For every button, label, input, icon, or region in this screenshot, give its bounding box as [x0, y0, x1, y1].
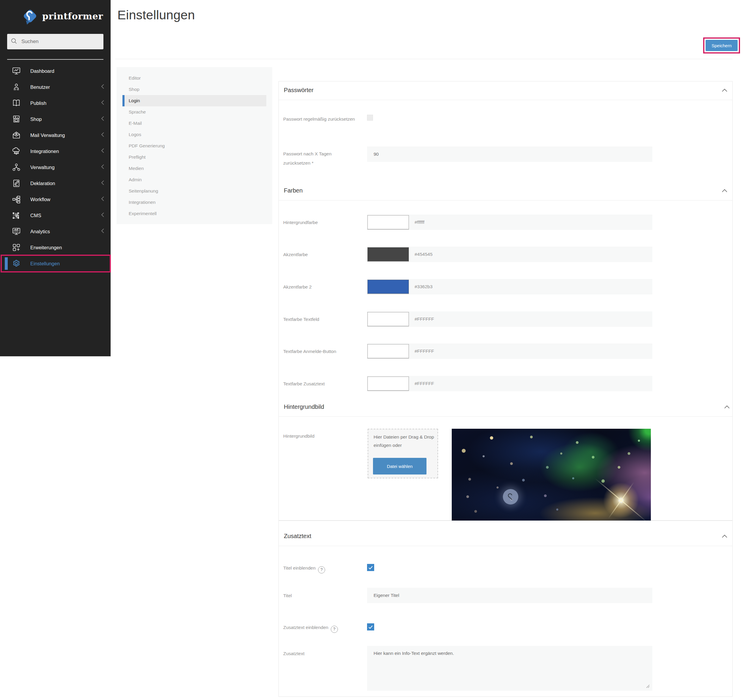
- user-icon: [12, 83, 21, 92]
- sidebar-item-label: Workflow: [30, 197, 50, 202]
- chevron-left-icon: [101, 228, 104, 235]
- sidebar-item-einstellungen[interactable]: Einstellungen: [0, 256, 111, 272]
- collapse-chevron-icon[interactable]: [722, 188, 728, 194]
- field-label-title: Titel: [283, 588, 359, 603]
- color-swatch[interactable]: [367, 376, 409, 391]
- chevron-left-icon: [101, 84, 104, 90]
- password-days-input[interactable]: [367, 147, 652, 162]
- color-swatch[interactable]: [367, 312, 409, 326]
- printformer-logo-icon: [21, 7, 39, 25]
- sidebar-item-shop[interactable]: Shop: [0, 111, 111, 127]
- chevron-left-icon: [101, 132, 104, 138]
- sidebar-item-publish[interactable]: Publish: [0, 95, 111, 111]
- subnav-item-admin[interactable]: Admin: [123, 174, 266, 185]
- subnav-item-logos[interactable]: Logos: [123, 129, 266, 140]
- color-swatch[interactable]: [367, 247, 409, 262]
- storefront-icon: [12, 115, 21, 124]
- choose-file-button[interactable]: Datei wählen: [373, 458, 426, 475]
- collapse-chevron-icon[interactable]: [722, 88, 728, 93]
- sidebar-item-label: Shop: [30, 117, 42, 122]
- subnav-item-shop[interactable]: Shop: [123, 84, 266, 95]
- sidebar-item-label: Dashboard: [30, 68, 55, 74]
- background-image-preview: [452, 429, 651, 521]
- mail-icon: [12, 131, 21, 140]
- org-people-icon: [12, 163, 21, 172]
- chevron-left-icon: [101, 212, 104, 219]
- file-dropzone[interactable]: Hier Dateien per Drag & Drop einfügen od…: [368, 429, 438, 478]
- sidebar-item-workflow[interactable]: Workflow: [0, 191, 111, 207]
- field-label-background-image: Hintergrundbild: [283, 431, 359, 441]
- sidebar-item-deklaration[interactable]: Deklaration: [0, 175, 111, 191]
- color-hex-value: #3362b3: [414, 279, 432, 295]
- resize-handle-icon[interactable]: [645, 684, 650, 689]
- subnav-item-seitenplanung[interactable]: Seitenplanung: [123, 185, 266, 197]
- subnav-item-experimentell[interactable]: Experimentell: [123, 208, 266, 219]
- logo-text: printformer: [42, 11, 103, 21]
- dropzone-text: Hier Dateien per Drag & Drop einfügen od…: [374, 433, 435, 450]
- save-button[interactable]: Speichern: [706, 40, 738, 51]
- field-label-background-color: Hintergrundfarbe: [283, 215, 359, 230]
- sidebar-item-benutzer[interactable]: Benutzer: [0, 79, 111, 95]
- color-swatch[interactable]: [367, 344, 409, 358]
- sidebar-nav: Dashboard Benutzer Publish: [0, 63, 111, 272]
- title-input[interactable]: [367, 588, 652, 603]
- active-indicator: [5, 257, 8, 270]
- chevron-left-icon: [101, 196, 104, 203]
- color-swatch[interactable]: [367, 215, 409, 229]
- help-icon[interactable]: ?: [331, 626, 338, 633]
- section-title-passwords: Passwörter: [284, 87, 314, 93]
- sidebar-item-cms[interactable]: CMS: [0, 207, 111, 223]
- active-indicator: [123, 95, 124, 107]
- chevron-left-icon: [101, 116, 104, 123]
- page-title: Einstellungen: [117, 8, 195, 22]
- check-icon: [368, 566, 373, 570]
- subnav-item-sprache[interactable]: Sprache: [123, 107, 266, 118]
- sidebar-item-mail-verwaltung[interactable]: Mail Verwaltung: [0, 127, 111, 143]
- subnav-item-editor[interactable]: Editor: [123, 73, 266, 84]
- subnav-item-medien[interactable]: Medien: [123, 163, 266, 174]
- collapse-chevron-icon[interactable]: [724, 405, 730, 410]
- field-label-textfield-text-color: Textfarbe Textfeld: [283, 311, 359, 327]
- logo[interactable]: printformer: [0, 4, 111, 28]
- sidebar: printformer Dashboard Benutzer: [0, 0, 111, 357]
- dashboard-icon: [12, 67, 21, 75]
- sidebar-item-analytics[interactable]: Analytics: [0, 223, 111, 240]
- search-input[interactable]: [21, 38, 96, 45]
- show-title-checkbox[interactable]: [367, 564, 374, 571]
- subnav-item-email[interactable]: E-Mail: [123, 118, 266, 129]
- subnav-item-preflight[interactable]: Preflight: [123, 151, 266, 163]
- subnav-item-login[interactable]: Login: [123, 95, 266, 107]
- accent-color-field: [367, 247, 652, 262]
- sidebar-item-integrationen[interactable]: Integrationen: [0, 143, 111, 159]
- subnav-item-pdf-generierung[interactable]: PDF Generierung: [123, 140, 266, 151]
- show-title-label: Titel einblenden: [283, 565, 316, 570]
- sidebar-item-verwaltung[interactable]: Verwaltung: [0, 159, 111, 175]
- extra-text-textarea[interactable]: Hier kann ein Info-Text ergänzt werden.: [367, 646, 652, 691]
- search-icon: [11, 38, 17, 46]
- show-extra-text-checkbox[interactable]: [367, 623, 374, 630]
- textfield-text-color-field: [367, 311, 652, 327]
- subnav-item-integrationen[interactable]: Integrationen: [123, 197, 266, 208]
- password-reset-checkbox[interactable]: [367, 115, 373, 121]
- color-swatch[interactable]: [367, 280, 409, 294]
- sidebar-item-dashboard[interactable]: Dashboard: [0, 63, 111, 79]
- accent-color-2-field: [367, 279, 652, 295]
- sidebar-item-erweiterungen[interactable]: Erweiterungen: [0, 240, 111, 256]
- help-icon[interactable]: ?: [318, 566, 325, 573]
- extra-text-color-field: [367, 376, 652, 391]
- header-divider: [115, 59, 733, 59]
- section-title-extra-text: Zusatztext: [284, 533, 311, 540]
- cloud-integration-icon: [12, 147, 21, 156]
- color-hex-value: #ffffff: [414, 215, 425, 230]
- book-icon: [12, 99, 21, 108]
- color-hex-value: #FFFFFF: [414, 343, 434, 359]
- settings-page: printformer Dashboard Benutzer: [0, 0, 743, 700]
- chevron-left-icon: [101, 164, 104, 170]
- cms-icon: [12, 211, 21, 220]
- collapse-chevron-icon[interactable]: [722, 534, 728, 539]
- sidebar-item-label: Benutzer: [30, 84, 50, 90]
- workflow-icon: [12, 195, 21, 204]
- field-label-show-extra-text: Zusatztext einblenden?: [283, 623, 372, 633]
- sidebar-search[interactable]: [7, 34, 104, 49]
- chevron-left-icon: [101, 180, 104, 186]
